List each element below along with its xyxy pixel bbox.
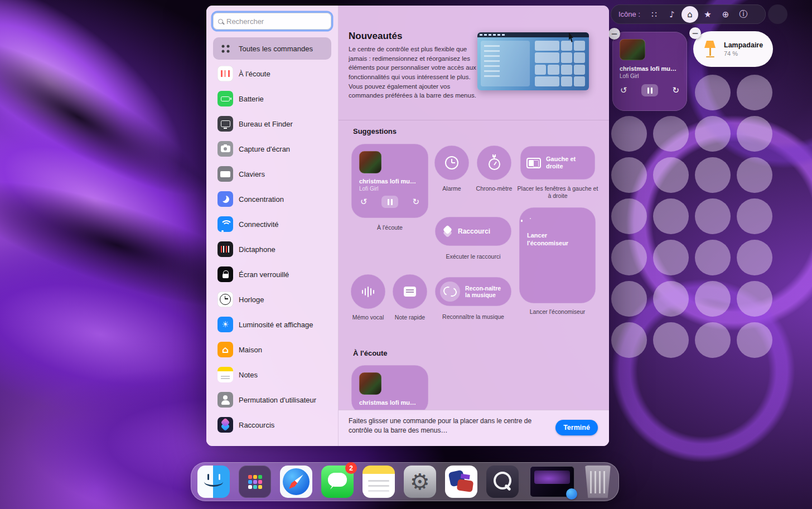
style-star-button[interactable]: ★ [699,6,716,23]
widget-slot-grid [611,75,772,358]
stopwatch-icon [489,158,500,170]
voice-memo-control-tile[interactable] [351,274,385,309]
sidebar-item-voice-memos[interactable]: Dictaphone [213,238,331,260]
skip-back-icon[interactable]: ↺ [360,198,368,206]
remove-widget-button[interactable]: − [608,28,620,40]
now-playing-widget[interactable]: − christmas lofi mu… Lofi Girl ↺ ↻ [612,32,687,111]
waveform-icon [218,241,233,257]
sidebar-item-clock[interactable]: Horloge [213,288,331,311]
sun-icon: ☀ [218,317,233,332]
style-grid-button[interactable]: ∷ [646,6,663,23]
sidebar-item-label: Maison [239,346,262,354]
empty-slot [737,116,772,152]
pause-button[interactable] [641,84,658,96]
sidebar-item-display[interactable]: ☀ Luminosité et affichage [213,313,331,336]
now-playing-control-tile[interactable]: christmas lofi mu… [351,365,428,414]
skip-forward-icon[interactable]: ↻ [412,198,419,206]
shortcut-icon [441,225,454,238]
tile-label: Lancer l'économiseur [519,308,596,316]
tile-label: Note rapide [385,314,435,321]
sidebar: Toutes les commandes À l'écoute Batterie… [206,6,339,446]
style-info-button[interactable]: ⓘ [735,6,752,23]
dock: 2 ⚙ [191,462,619,501]
sidebar-item-keyboards[interactable]: Claviers [213,163,331,185]
sidebar-item-label: Capture d'écran [239,145,290,153]
window-tiling-control-tile[interactable]: Gauche et droite [520,146,595,180]
drag-hint-text: Faites glisser une commande pour la plac… [349,416,554,435]
empty-slot [737,281,772,317]
alarm-control-tile[interactable] [434,146,469,180]
sidebar-item-screenshot[interactable]: Capture d'écran [213,138,331,160]
search-field[interactable] [213,13,331,30]
tile-text: Lancer l'économiseur [527,232,581,248]
dock-magnifier-icon[interactable] [486,466,519,498]
dock-finder-icon[interactable] [197,466,230,498]
dock-launchpad-icon[interactable] [239,466,271,498]
empty-slot [653,240,689,275]
done-button[interactable]: Terminé [555,420,598,435]
lamp-widget[interactable]: − Lampadaire 74 % [693,31,773,67]
skip-forward-icon[interactable]: ↻ [672,86,679,95]
lamp-title: Lampadaire [724,41,763,49]
sidebar-item-now-playing[interactable]: À l'écoute [213,62,331,85]
dock-safari-icon[interactable] [280,466,312,498]
sidebar-item-notes[interactable]: Notes [213,363,331,386]
dock-messages-icon[interactable]: 2 [321,466,354,498]
skip-back-icon[interactable]: ↺ [620,86,627,95]
sidebar-item-label: Raccourcis [239,421,274,429]
now-playing-control-tile[interactable]: christmas lofi mu… Lofi Girl ↺ ↻ [351,144,428,218]
search-input[interactable] [226,17,326,26]
empty-slot [695,240,731,275]
sidebar-item-focus[interactable]: Concentration [213,188,331,210]
empty-slot [611,240,647,275]
music-recognition-control-tile[interactable]: Recon-naître la musique [435,277,511,306]
dock-notes-icon[interactable] [362,466,395,498]
sidebar-item-home[interactable]: ⌂ Maison [213,338,331,361]
whats-new-title: Nouveautés [349,31,402,42]
quick-note-control-tile[interactable] [393,274,427,309]
toolbar-extra-button[interactable] [768,4,787,24]
sidebar-item-label: Luminosité et affichage [239,321,313,329]
settings-main-area: Nouveautés Le centre de contrôle est plu… [339,6,609,446]
messages-badge: 2 [345,462,357,474]
empty-slot [611,157,647,193]
empty-slot [737,157,772,193]
sidebar-item-all-commands[interactable]: Toutes les commandes [213,37,331,60]
sidebar-item-battery[interactable]: Batterie [213,88,331,110]
pause-button[interactable] [381,196,398,208]
empty-slot [611,198,647,234]
empty-slot [737,75,772,110]
control-center-settings-panel: Toutes les commandes À l'écoute Batterie… [206,6,609,446]
style-globe-button[interactable]: ⊕ [717,6,734,23]
sidebar-item-label: Écran verrouillé [239,270,289,279]
tile-label: Chrono-mètre [472,185,516,192]
empty-slot [695,322,731,358]
shortcut-control-tile[interactable]: Raccourci [435,217,511,246]
dock-window-thumbnail[interactable] [530,466,574,497]
timer-control-tile[interactable] [477,146,511,180]
tile-text: Gauche et droite [546,156,582,170]
dock-freeform-icon[interactable] [445,466,477,498]
alarm-icon [445,156,458,169]
style-music-note-button[interactable]: ♪ [664,6,680,23]
dock-settings-icon[interactable]: ⚙ [404,466,436,498]
tile-text: Recon-naître la musique [465,285,506,298]
sidebar-item-lock-screen[interactable]: Écran verrouillé [213,263,331,285]
empty-slot [695,75,731,110]
remove-widget-button[interactable]: − [689,27,701,39]
artist-name: Lofi Girl [359,186,420,192]
sidebar-item-connectivity[interactable]: Connectivité [213,213,331,235]
dock-trash-icon[interactable] [583,466,612,498]
section-divider [339,120,609,120]
sidebar-item-desktop-finder[interactable]: Bureau et Finder [213,113,331,135]
style-home-button[interactable]: ⌂ [682,6,698,23]
sidebar-item-user-switching[interactable]: Permutation d'utilisateur [213,389,331,411]
sidebar-item-label: Toutes les commandes [239,45,313,53]
empty-slot [737,198,772,234]
now-playing-icon [218,66,233,81]
empty-slot [653,116,689,152]
sidebar-item-label: Connectivité [239,220,279,229]
sidebar-item-shortcuts[interactable]: Raccourcis [213,414,331,436]
wifi-icon [218,216,233,232]
screensaver-control-tile[interactable]: Lancer l'économiseur [519,207,596,303]
